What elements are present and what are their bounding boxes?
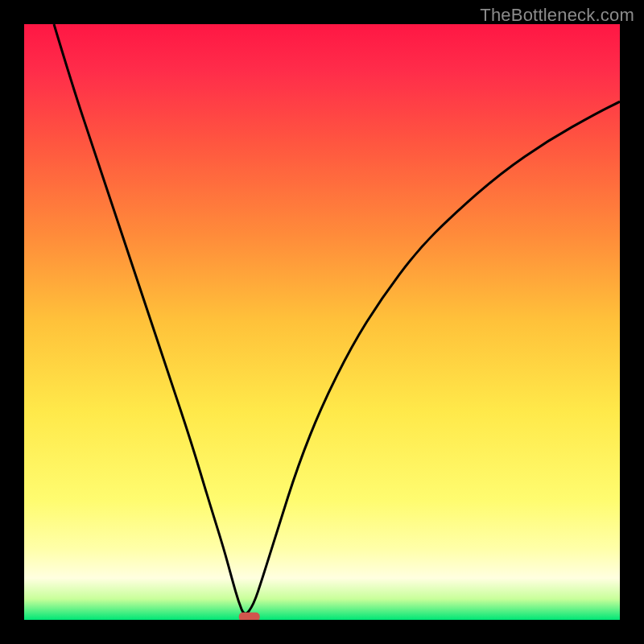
optimum-marker bbox=[239, 613, 260, 620]
watermark-text: TheBottleneck.com bbox=[480, 5, 634, 26]
plot-area bbox=[24, 24, 620, 620]
chart-svg bbox=[24, 24, 620, 620]
chart-frame: TheBottleneck.com bbox=[0, 0, 644, 644]
gradient-background bbox=[24, 24, 620, 620]
